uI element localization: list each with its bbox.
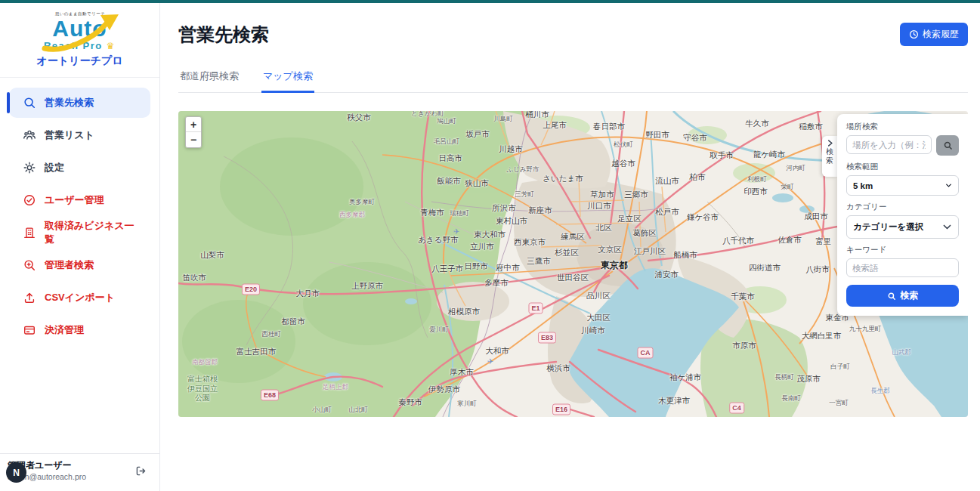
keyword-label: キーワード bbox=[846, 245, 959, 255]
upload-icon bbox=[23, 291, 36, 304]
tab-prefecture-search[interactable]: 都道府県検索 bbox=[178, 69, 240, 92]
avatar: N bbox=[6, 462, 26, 483]
location-label: 場所検索 bbox=[846, 122, 959, 132]
logout-button[interactable] bbox=[134, 465, 147, 480]
tab-bar: 都道府県検索 マップ検索 bbox=[178, 69, 968, 93]
sidebar-item-label: 管理者検索 bbox=[45, 258, 94, 272]
category-select[interactable]: カテゴリーを選択 bbox=[846, 215, 959, 239]
page-title: 営業先検索 bbox=[178, 23, 269, 47]
radius-label: 検索範囲 bbox=[846, 162, 959, 172]
search-plus-icon bbox=[23, 258, 36, 272]
sidebar-item-payment-management[interactable]: 決済管理 bbox=[9, 315, 150, 345]
keyword-input[interactable] bbox=[846, 258, 959, 277]
sidebar-item-acquired-business-list[interactable]: 取得済みビジネス一覧 bbox=[9, 218, 150, 248]
user-box: 管理者ユーザー admin@autoreach.pro N bbox=[0, 453, 159, 491]
zoom-in-button[interactable]: + bbox=[186, 117, 201, 132]
sidebar-item-label: 取得済みビジネス一覧 bbox=[45, 219, 143, 246]
map-search-button[interactable]: 検索 bbox=[846, 285, 959, 307]
search-icon bbox=[23, 96, 36, 110]
building-icon bbox=[23, 226, 36, 239]
sidebar-item-settings[interactable]: 設定 bbox=[9, 153, 150, 183]
search-icon bbox=[887, 292, 896, 301]
credit-card-icon bbox=[23, 323, 36, 337]
chevron-right-icon bbox=[826, 139, 834, 147]
page-header: 営業先検索 検索履歴 bbox=[160, 3, 980, 47]
sidebar-item-label: 設定 bbox=[45, 161, 64, 174]
map-canvas[interactable]: 秩父市ときがわ町鳩山町川島町桶川市上尾市坂戸市毛呂山町川越市日高市ふじみ野市さい… bbox=[178, 111, 968, 417]
sidebar-item-admin-search[interactable]: 管理者検索 bbox=[9, 250, 150, 280]
sidebar-item-label: CSVインポート bbox=[45, 291, 115, 304]
radius-value: 5 km bbox=[853, 181, 873, 190]
gear-icon bbox=[23, 161, 36, 174]
logo-tagline: 思いのまま自動でリーチ bbox=[42, 11, 118, 17]
sidebar-item-label: 営業先検索 bbox=[45, 96, 94, 110]
users-icon bbox=[23, 128, 36, 142]
logo-reach-text: Reach Pro bbox=[44, 40, 103, 51]
sidebar-item-user-management[interactable]: ユーザー管理 bbox=[9, 185, 150, 215]
search-history-label: 検索履歴 bbox=[923, 28, 959, 41]
crown-icon: ♛ bbox=[107, 41, 116, 51]
collapse-tab-label: 検索 bbox=[825, 147, 834, 165]
top-accent-bar bbox=[0, 0, 980, 3]
search-history-button[interactable]: 検索履歴 bbox=[900, 23, 968, 46]
category-label: カテゴリー bbox=[846, 202, 959, 212]
sidebar-item-label: 営業リスト bbox=[45, 128, 94, 142]
sidebar-item-label: ユーザー管理 bbox=[45, 193, 104, 207]
location-input[interactable] bbox=[846, 135, 932, 154]
chevron-down-icon bbox=[942, 222, 952, 232]
sidebar: 思いのまま自動でリーチ Auto Reach Pro ♛ オートリーチプロ 営業… bbox=[0, 3, 160, 491]
check-circle-icon bbox=[23, 193, 36, 207]
app-logo: 思いのまま自動でリーチ Auto Reach Pro ♛ bbox=[39, 11, 122, 51]
radius-select[interactable]: 5 km bbox=[846, 175, 959, 196]
sidebar-item-label: 決済管理 bbox=[45, 323, 84, 337]
sidebar-item-csv-import[interactable]: CSVインポート bbox=[9, 283, 150, 313]
app-name: オートリーチプロ bbox=[0, 54, 159, 68]
sidebar-nav: 営業先検索 営業リスト 設定 ユーザー管理 取得済みビジネス一覧 管理者検索 C… bbox=[0, 77, 159, 345]
location-search-button[interactable] bbox=[936, 135, 959, 156]
sidebar-item-sales-list[interactable]: 営業リスト bbox=[9, 120, 150, 150]
map-search-panel: 場所検索 検索範囲 5 km カテゴリー カテゴリーを選択 キーワード 検 bbox=[837, 114, 968, 316]
panel-collapse-tab[interactable]: 検索 bbox=[822, 136, 837, 177]
clock-icon bbox=[909, 29, 919, 39]
map-zoom-control: + − bbox=[185, 116, 202, 148]
tab-map-search[interactable]: マップ検索 bbox=[261, 69, 314, 93]
logo-auto-text: Auto bbox=[39, 17, 122, 40]
search-icon bbox=[943, 141, 953, 150]
sidebar-item-sales-search[interactable]: 営業先検索 bbox=[9, 88, 150, 118]
category-value: カテゴリーを選択 bbox=[853, 221, 923, 233]
map-search-button-label: 検索 bbox=[901, 289, 919, 302]
main-content: 営業先検索 検索履歴 都道府県検索 マップ検索 bbox=[160, 0, 980, 417]
logout-icon bbox=[134, 465, 147, 477]
zoom-out-button[interactable]: − bbox=[186, 132, 201, 147]
chevron-down-icon bbox=[945, 182, 952, 189]
